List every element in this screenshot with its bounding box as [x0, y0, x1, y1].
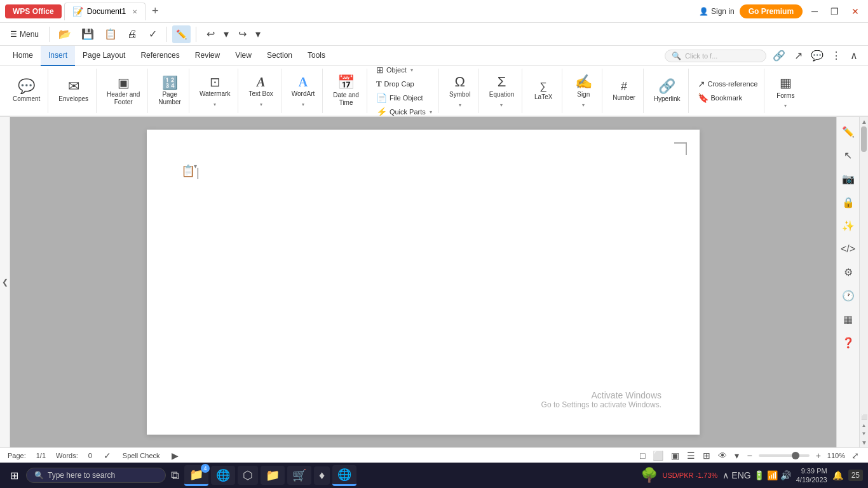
magic-tool-button[interactable]: ✨ [838, 216, 858, 236]
number-button[interactable]: # Number [609, 78, 639, 104]
page-number-button[interactable]: 🔢 PageNumber [154, 74, 185, 109]
watermark-button[interactable]: ⊡ Watermark [196, 73, 234, 100]
code-tool-button[interactable]: </> [837, 240, 859, 259]
chrome-taskbar[interactable]: 🌐 [332, 465, 356, 486]
latex-button[interactable]: ∑ LaTeX [529, 79, 558, 104]
tab-insert[interactable]: Insert [41, 46, 75, 66]
tab-home[interactable]: Home [5, 46, 41, 66]
sign-in-button[interactable]: 👤 Sign in [699, 7, 735, 16]
scroll-up-button[interactable]: ▲ [860, 117, 868, 126]
tab-section[interactable]: Section [259, 46, 300, 66]
spell-check-arrow[interactable]: ▶ [170, 451, 180, 461]
redo-button[interactable]: ↪ [233, 25, 251, 43]
sign-button[interactable]: ✍ Sign [569, 72, 598, 101]
hyperlink-button[interactable]: 🔗 Hyperlink [650, 77, 684, 105]
open-button[interactable]: 📂 [55, 25, 75, 43]
spellcheck-button[interactable]: ✓ [144, 25, 161, 43]
scroll-page-down[interactable]: ▼ [860, 430, 868, 438]
symbol-button[interactable]: Ω Symbol [445, 72, 475, 101]
status-eye-icon[interactable]: 👁 [717, 451, 728, 461]
zoom-in-button[interactable]: + [815, 451, 822, 461]
status-grid-icon[interactable]: ⊞ [702, 451, 712, 461]
help-tool-button[interactable]: ❓ [838, 333, 858, 353]
table-tool-button[interactable]: ▦ [839, 309, 857, 329]
notification-icon[interactable]: 🔔 [832, 470, 843, 480]
tab-review[interactable]: Review [187, 46, 227, 66]
start-button[interactable]: ⊞ [5, 467, 24, 484]
bookmark-button[interactable]: 🔖 Bookmark [694, 92, 762, 104]
cursor-tool-button[interactable]: ↖ [840, 146, 856, 165]
wordart-button[interactable]: A WordArt [288, 73, 319, 100]
collapse-ribbon-button[interactable]: ∧ [845, 47, 863, 65]
document-tab[interactable]: 📝 Document1 ✕ [64, 3, 146, 20]
envelopes-button[interactable]: ✉ Envelopes [55, 77, 92, 105]
store-taskbar[interactable]: 🛒 [287, 466, 311, 485]
go-premium-button[interactable]: Go Premium [740, 4, 803, 18]
zoom-thumb[interactable] [792, 452, 799, 459]
status-square-icon[interactable]: □ [639, 451, 646, 461]
new-tab-button[interactable]: + [148, 4, 163, 18]
history-tool-button[interactable]: 🕐 [838, 286, 858, 306]
vertical-scrollbar[interactable]: ▲ ⬜ ▲ ▼ ▼ [859, 117, 868, 447]
lock-tool-button[interactable]: 🔒 [838, 193, 858, 212]
fullscreen-button[interactable]: ⤢ [850, 451, 860, 461]
scroll-track[interactable] [860, 126, 868, 413]
datetime-button[interactable]: 📅 Date andTime [329, 73, 363, 109]
files-taskbar[interactable]: 📁 [261, 466, 285, 485]
redo-arrow-button[interactable]: ▾ [254, 25, 262, 43]
draw-button[interactable]: ✏️ [172, 25, 191, 43]
language-icon[interactable]: ENG [731, 470, 750, 480]
status-expand-icon[interactable]: ⬜ [651, 451, 665, 461]
tab-tools[interactable]: Tools [300, 46, 333, 66]
comment-icon-button[interactable]: 💬 [807, 47, 827, 65]
wps-office-button[interactable]: WPS Office [5, 4, 62, 18]
tab-view[interactable]: View [227, 46, 259, 66]
app1-taskbar[interactable]: ♦ [314, 466, 330, 485]
document-page[interactable]: 📋 ▾ Activate Windows Go to Settings to a… [147, 130, 700, 435]
volume-icon[interactable]: 🔊 [780, 470, 791, 480]
screenshot-tool-button[interactable]: 📷 [838, 169, 858, 189]
cross-reference-button[interactable]: ↗ Cross-reference [694, 78, 762, 90]
taskbar-search-box[interactable]: 🔍 Type here to search [26, 468, 166, 483]
forms-button[interactable]: ▦ Forms [771, 72, 800, 102]
document-scroll-area[interactable]: 📋 ▾ Activate Windows Go to Settings to a… [10, 117, 836, 447]
save-button[interactable]: 💾 [78, 25, 98, 43]
quick-parts-button[interactable]: ⚡ Quick Parts ▾ [372, 105, 436, 117]
minimize-button[interactable]: ─ [808, 6, 822, 17]
context-help-button[interactable]: 🔗 [769, 47, 789, 65]
time-block[interactable]: 9:39 PM 4/19/2023 [796, 466, 827, 485]
drop-cap-button[interactable]: T Drop Cap [372, 78, 436, 90]
spell-check-button[interactable]: ✓ [102, 451, 112, 461]
tab-page-layout[interactable]: Page Layout [75, 46, 133, 66]
restore-button[interactable]: ❐ [827, 6, 843, 17]
comment-button[interactable]: 💬 Comment [9, 77, 44, 105]
document-content-area[interactable] [198, 168, 649, 181]
tray-expand-icon[interactable]: ∧ [722, 470, 729, 480]
share-button[interactable]: ↗ [789, 47, 807, 65]
zoom-slider[interactable] [759, 454, 810, 457]
print-button[interactable]: 🖨 [123, 25, 141, 43]
toolbar-search-box[interactable]: 🔍 Click to f... [665, 50, 766, 62]
equation-button[interactable]: Σ Equation [485, 72, 518, 101]
battery-icon[interactable]: 🔋 [754, 470, 764, 480]
pen-tool-button[interactable]: ✏️ [838, 122, 858, 142]
tab-references[interactable]: References [133, 46, 187, 66]
task-view-button[interactable]: ⧉ [168, 466, 182, 485]
scroll-page-up[interactable]: ▲ [860, 421, 868, 430]
unknown-app-taskbar[interactable]: ⬡ [238, 466, 258, 485]
export-button[interactable]: 📋 [100, 25, 121, 43]
header-footer-button[interactable]: ▣ Header andFooter [103, 74, 144, 109]
status-page-icon[interactable]: ▣ [670, 451, 681, 461]
status-options-icon[interactable]: ▾ [733, 451, 740, 461]
object-button[interactable]: ⊞ Object ▾ [372, 66, 436, 76]
status-outline-icon[interactable]: ☰ [686, 451, 696, 461]
close-window-button[interactable]: ✕ [848, 6, 863, 17]
edge-taskbar[interactable]: 🌐 [211, 466, 235, 485]
zoom-out-button[interactable]: − [745, 451, 753, 461]
undo-arrow-button[interactable]: ▾ [222, 25, 231, 43]
edit-tool-button[interactable]: ⚙ [840, 262, 857, 282]
scroll-thumb[interactable] [861, 126, 867, 152]
menu-button[interactable]: ☰ Menu [5, 27, 44, 41]
file-explorer-taskbar[interactable]: 📁 4 [184, 465, 208, 486]
file-object-button[interactable]: 📄 File Object [372, 92, 436, 104]
